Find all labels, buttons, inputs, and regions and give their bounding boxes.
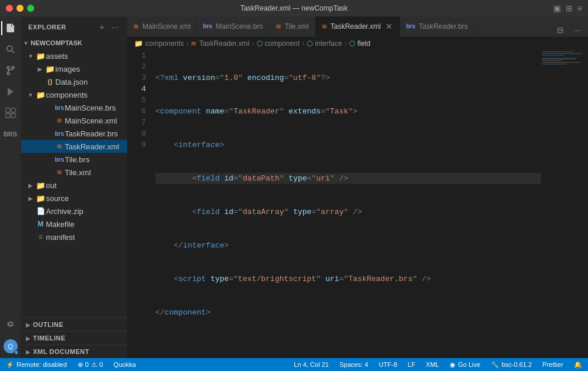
xml-file-icon: ≋ xyxy=(54,142,65,151)
extensions-activity-icon[interactable] xyxy=(1,103,20,122)
outline-header[interactable]: ▶ OUTLINE xyxy=(21,318,127,331)
source-control-activity-icon[interactable] xyxy=(1,61,20,80)
svg-rect-10 xyxy=(6,113,10,118)
close-button[interactable] xyxy=(6,5,13,12)
status-bar: ⚡ Remote: disabled ⊗ 0 ⚠ 0 Quokka Ln 4, … xyxy=(0,358,588,371)
tab-tile-xml[interactable]: ≋ Tile.xml xyxy=(270,16,315,36)
menu-icon[interactable]: ≡ xyxy=(577,4,582,13)
run-activity-icon[interactable] xyxy=(1,82,20,101)
status-language[interactable]: XML xyxy=(424,358,442,371)
sidebar-item-assets[interactable]: ▼ 📁 assets xyxy=(21,49,127,62)
status-username[interactable]: Quokka xyxy=(111,358,138,371)
status-bsc[interactable]: 🔧 bsc-0.61.2 xyxy=(489,358,534,371)
mainscene-brs-label: MainScene.brs xyxy=(65,103,116,112)
out-label: out xyxy=(46,181,57,190)
split-editor-icon[interactable]: ⊟ xyxy=(554,24,567,36)
breadcrumb-label: component xyxy=(265,39,300,48)
sidebar-item-components[interactable]: ▼ 📁 components xyxy=(21,88,127,101)
split-icon[interactable]: ⊞ xyxy=(566,4,573,13)
maximize-button[interactable] xyxy=(27,5,34,12)
timeline-section: ▶ TIMELINE xyxy=(21,331,127,345)
status-remote[interactable]: ⚡ Remote: disabled xyxy=(4,358,69,371)
mini-line xyxy=(542,62,580,63)
brs-activity-icon[interactable]: BRS xyxy=(1,125,20,143)
tab-taskreader-xml[interactable]: ≋ TaskReader.xml ✕ xyxy=(315,16,400,36)
components-label: components xyxy=(46,91,88,99)
folder-icon: 📁 xyxy=(35,181,46,190)
makefile-icon: M xyxy=(35,220,46,228)
xml-tab-icon: ≋ xyxy=(275,22,281,31)
window-title: TaskReader.xml — newCompTask xyxy=(240,4,348,12)
brs-file-icon: brs xyxy=(54,156,65,163)
settings-activity-icon[interactable] xyxy=(1,316,20,335)
tab-mainscene-brs[interactable]: brs MainScene.brs xyxy=(197,16,270,36)
sidebar-item-manifest[interactable]: ≡ manifest xyxy=(21,230,127,243)
sidebar-item-archive[interactable]: 📄 Archive.zip xyxy=(21,205,127,218)
components-arrow: ▼ xyxy=(26,92,35,98)
sidebar-item-images[interactable]: ▶ 📁 images xyxy=(21,62,127,75)
code-editor[interactable]: 1 2 3 4 5 6 7 8 9 <?xml version="1.0" en… xyxy=(127,50,541,358)
sidebar-item-tile-xml[interactable]: ≋ Tile.xml xyxy=(21,166,127,179)
svg-point-5 xyxy=(7,72,9,75)
xml-document-header[interactable]: ▶ XML DOCUMENT xyxy=(21,345,127,358)
tab-label: MainScene.xml xyxy=(142,22,191,31)
more-tabs-icon[interactable]: ··· xyxy=(570,24,583,36)
window-controls[interactable] xyxy=(6,5,34,12)
error-icon: ⊗ xyxy=(78,361,83,369)
folder-icon: 📁 xyxy=(45,65,55,73)
root-label: NEWCOMPTASK xyxy=(31,39,82,46)
xml-document-section: ▶ XML DOCUMENT xyxy=(21,345,127,358)
tree-root[interactable]: ▼ NEWCOMPTASK xyxy=(21,36,127,49)
status-lineending[interactable]: LF xyxy=(406,358,418,371)
sidebar-item-mainscene-xml[interactable]: ≋ MainScene.xml xyxy=(21,114,127,127)
status-left: ⚡ Remote: disabled ⊗ 0 ⚠ 0 Quokka xyxy=(4,358,138,371)
line-num-6: 6 xyxy=(127,106,148,117)
more-options-icon[interactable]: ··· xyxy=(109,22,120,32)
search-activity-icon[interactable] xyxy=(1,40,20,59)
explorer-activity-icon[interactable] xyxy=(1,19,20,38)
status-cursor[interactable]: Ln 4, Col 21 xyxy=(291,358,331,371)
code-line-9 xyxy=(155,340,541,352)
sidebar-item-source[interactable]: ▶ 📁 source xyxy=(21,192,127,205)
user-avatar[interactable]: Q 1 xyxy=(4,339,18,353)
svg-point-2 xyxy=(7,46,12,51)
new-file-icon[interactable]: + xyxy=(97,22,107,32)
status-errors[interactable]: ⊗ 0 ⚠ 0 xyxy=(75,358,105,371)
status-notifications[interactable]: 🔔 xyxy=(572,358,584,371)
svg-point-4 xyxy=(7,66,9,69)
status-spaces[interactable]: Spaces: 4 xyxy=(337,358,371,371)
sidebar-item-tile-brs[interactable]: brs Tile.brs xyxy=(21,153,127,166)
breadcrumb-taskreader-xml[interactable]: ≋ TaskReader.xml xyxy=(191,39,249,48)
breadcrumb-components[interactable]: 📁 components xyxy=(134,39,184,48)
tab-close-icon[interactable]: ✕ xyxy=(384,22,394,31)
sidebar-item-taskreader-xml[interactable]: ≋ TaskReader.xml xyxy=(21,140,127,153)
golive-text: Go Live xyxy=(458,361,480,368)
sidebar-item-out[interactable]: ▶ 📁 out xyxy=(21,179,127,192)
mini-line xyxy=(542,51,573,52)
archive-label: Archive.zip xyxy=(46,207,84,216)
breadcrumb-component[interactable]: ⬡ component xyxy=(257,39,300,48)
language-text: XML xyxy=(426,361,440,368)
lineending-text: LF xyxy=(408,361,416,368)
golive-icon: ◉ xyxy=(450,361,456,369)
status-prettier[interactable]: Prettier xyxy=(540,358,566,371)
tab-label: MainScene.brs xyxy=(216,22,263,31)
layout-icon[interactable]: ▣ xyxy=(553,4,561,13)
breadcrumb-interface[interactable]: ⬡ interface xyxy=(307,39,342,48)
tab-mainscene-xml[interactable]: ≋ MainScene.xml xyxy=(127,16,197,36)
sidebar-item-data-json[interactable]: {} Data.json xyxy=(21,75,127,88)
json-file-icon: {} xyxy=(45,78,55,85)
notification-badge: 1 xyxy=(14,350,19,355)
sidebar-item-taskreader-brs[interactable]: brs TaskReader.brs xyxy=(21,127,127,140)
source-arrow: ▶ xyxy=(26,195,35,202)
timeline-header[interactable]: ▶ TIMELINE xyxy=(21,332,127,345)
tab-taskreader-brs[interactable]: brs TaskReader.brs xyxy=(400,16,474,36)
status-golive[interactable]: ◉ Go Live xyxy=(447,358,483,371)
svg-marker-7 xyxy=(8,88,14,96)
sidebar-item-mainscene-brs[interactable]: brs MainScene.brs xyxy=(21,101,127,114)
code-content[interactable]: <?xml version="1.0" encoding="utf-8"?> <… xyxy=(153,50,541,358)
sidebar-item-makefile[interactable]: M Makefile xyxy=(21,218,127,230)
status-encoding[interactable]: UTF-8 xyxy=(377,358,400,371)
breadcrumb-field[interactable]: ⬡ field xyxy=(349,39,370,48)
minimize-button[interactable] xyxy=(16,5,24,12)
